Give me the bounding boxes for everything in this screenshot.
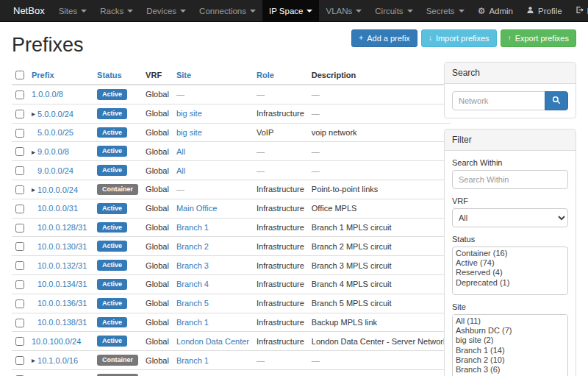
option[interactable]: Branch 2 (10): [454, 355, 566, 365]
status-filter-listbox[interactable]: Container (16)Active (74)Reserved (4)Dep…: [452, 246, 568, 295]
nav-item-devices[interactable]: Devices: [140, 0, 193, 21]
row-checkbox[interactable]: [15, 166, 24, 175]
column-header-label[interactable]: Role: [257, 71, 274, 79]
nav-item-vlans[interactable]: VLANs: [319, 0, 368, 21]
add-prefix-button[interactable]: + Add a prefix: [351, 29, 417, 47]
search-input[interactable]: [452, 91, 545, 110]
column-header-label[interactable]: Site: [176, 71, 191, 79]
prefix-link[interactable]: 10.0.0.134/31: [37, 280, 87, 288]
filter-panel: Filter Search Within VRF All Status Cont…: [444, 129, 576, 376]
site-filter-listbox[interactable]: All (11)Ashburn DC (7)big site (2)Branch…: [452, 314, 568, 376]
row-checkbox[interactable]: [15, 280, 24, 289]
site-link[interactable]: big site: [176, 109, 202, 118]
site-link[interactable]: big site: [176, 128, 202, 137]
nav-item-sites[interactable]: Sites: [52, 0, 94, 21]
table-row: ▸ 10.0.0.0/24 Container Global — Infrast…: [12, 180, 451, 199]
prefix-link[interactable]: 10.0.0.138/31: [37, 318, 87, 327]
export-prefixes-button[interactable]: ↑ Export prefixes: [501, 29, 576, 47]
vrf-cell: Global: [142, 161, 173, 180]
status-badge: Active: [97, 260, 127, 271]
prefix-link[interactable]: 10.0.0.132/31: [37, 261, 87, 270]
site-link[interactable]: London Data Center: [176, 337, 249, 346]
vrf-filter-select[interactable]: All: [452, 208, 568, 227]
role-value: Infrastructure: [257, 280, 304, 288]
row-checkbox-cell: [12, 313, 28, 332]
prefix-table-body: 1.0.0.0/8 Active Global — — — ▸ 5.0.0.0/…: [12, 85, 451, 376]
nav-item-admin[interactable]: ⚙ Admin: [471, 0, 520, 21]
nav-item-circuits[interactable]: Circuits: [368, 0, 419, 21]
nav-item-logout[interactable]: Log out: [569, 0, 588, 21]
row-checkbox[interactable]: [15, 147, 24, 156]
description-cell: Branch 1 MPLS circuit: [308, 218, 451, 237]
prefix-link[interactable]: 10.0.100.0/24: [32, 337, 81, 346]
site-cell: big site: [173, 104, 253, 123]
option[interactable]: Deprecated (1): [454, 278, 566, 288]
option[interactable]: big site (2): [454, 336, 566, 345]
row-checkbox[interactable]: [15, 319, 24, 327]
status-badge: Active: [97, 317, 127, 328]
row-checkbox[interactable]: [15, 129, 24, 138]
option[interactable]: All (11): [454, 316, 566, 326]
option[interactable]: Container (16): [454, 249, 566, 258]
site-link[interactable]: All: [176, 166, 185, 175]
plus-icon: +: [359, 35, 363, 42]
option[interactable]: Ashburn DC (7): [454, 326, 566, 336]
site-link[interactable]: Main Office: [176, 204, 217, 213]
site-link[interactable]: Branch 1: [176, 318, 209, 327]
vrf-value: Global: [146, 223, 169, 232]
row-checkbox[interactable]: [15, 91, 24, 99]
search-within-input[interactable]: [452, 170, 568, 189]
row-checkbox[interactable]: [15, 224, 24, 233]
site-link[interactable]: Branch 4: [176, 280, 209, 288]
column-header-label[interactable]: Status: [97, 71, 122, 79]
option[interactable]: Branch 3 (6): [454, 365, 566, 375]
row-checkbox[interactable]: [15, 242, 24, 251]
row-checkbox[interactable]: [15, 299, 24, 308]
option[interactable]: Branch 1 (14): [454, 346, 566, 355]
site-link[interactable]: Branch 1: [176, 356, 209, 365]
role-value: Infrastructure: [257, 204, 304, 213]
nav-item-connections[interactable]: Connections: [193, 0, 262, 21]
prefix-link[interactable]: 10.0.0.136/31: [37, 299, 87, 308]
row-checkbox-cell: [12, 199, 28, 218]
vrf-cell: Global: [142, 199, 173, 218]
option[interactable]: Reserved (4): [454, 268, 566, 277]
site-link[interactable]: All: [176, 147, 185, 156]
row-checkbox[interactable]: [15, 261, 24, 270]
select-all-checkbox[interactable]: [15, 71, 24, 79]
nav-item-profile[interactable]: Profile: [520, 0, 569, 21]
site-link: —: [176, 185, 184, 194]
site-cell: London Data Center: [173, 332, 253, 351]
site-link[interactable]: Branch 2: [176, 242, 209, 251]
site-link[interactable]: Branch 3: [176, 261, 209, 270]
site-link[interactable]: Branch 1: [176, 223, 209, 232]
import-prefixes-button[interactable]: ↓ Import prefixes: [421, 29, 497, 47]
search-button[interactable]: [545, 91, 568, 110]
row-checkbox[interactable]: [15, 356, 24, 365]
prefix-link[interactable]: 5.0.0.0/25: [37, 128, 74, 137]
prefix-link[interactable]: 5.0.0.0/24: [37, 110, 74, 118]
nav-item-secrets[interactable]: Secrets: [420, 0, 471, 21]
site-link[interactable]: Branch 5: [176, 299, 209, 308]
row-checkbox[interactable]: [15, 337, 24, 346]
row-checkbox[interactable]: [15, 110, 24, 118]
prefix-link[interactable]: 10.0.0.130/31: [37, 242, 87, 251]
nav-item-ip-space[interactable]: IP Space: [262, 0, 319, 21]
prefix-link[interactable]: 1.0.0.0/8: [32, 90, 63, 99]
option[interactable]: Active (74): [454, 258, 566, 268]
brand-link[interactable]: NetBox: [6, 0, 52, 21]
description-cell: Backup MPLS link: [308, 313, 451, 332]
column-header-vrf: VRF: [142, 65, 173, 85]
prefix-link[interactable]: 10.0.0.0/31: [37, 204, 78, 213]
prefix-link[interactable]: 10.0.0.128/31: [37, 223, 87, 232]
prefix-link[interactable]: 9.0.0.0/8: [37, 147, 69, 156]
row-checkbox[interactable]: [15, 185, 24, 194]
prefix-link[interactable]: 10.1.0.0/16: [37, 356, 78, 365]
status-cell: Active: [93, 85, 142, 104]
row-checkbox[interactable]: [15, 205, 24, 213]
status-badge: Active: [97, 146, 127, 157]
nav-item-racks[interactable]: Racks: [93, 0, 140, 21]
prefix-link[interactable]: 9.0.0.0/24: [37, 166, 74, 175]
prefix-link[interactable]: 10.0.0.0/24: [37, 185, 78, 194]
column-header-label[interactable]: Prefix: [32, 71, 54, 79]
